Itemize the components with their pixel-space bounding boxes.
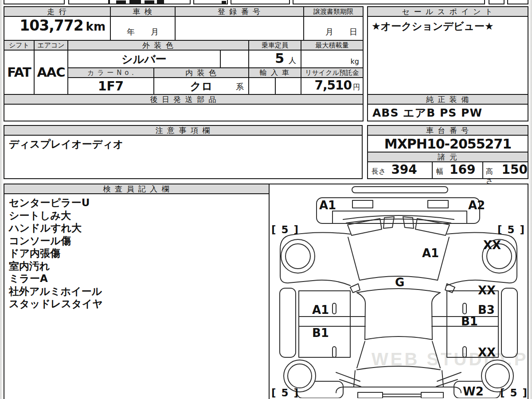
mileage-value: 103,772 — [20, 17, 83, 34]
cowl-vent-center-left — [383, 217, 394, 228]
diagram-label-door-top-right: XX — [478, 284, 496, 297]
spec-height-label: 高さ — [486, 167, 498, 186]
headlight-right — [428, 200, 448, 208]
door-handle-rear-left — [332, 347, 336, 357]
interior-color-name: クロ — [190, 79, 212, 94]
notes-header: 注 意 事 項 欄 — [4, 125, 363, 136]
cutoff-text-fragment — [116, 0, 126, 4]
wheel-rear-right-rim — [485, 364, 509, 388]
inspector-header: 検 査 員 記 入 欄 — [4, 184, 270, 194]
cowl-vent-left — [348, 219, 382, 235]
max-load-header: 最大積載量 — [301, 40, 364, 51]
scan-edge-left — [0, 0, 4, 399]
diagram-label-tire-front-left: [ 5 ] — [271, 224, 299, 235]
mileage-value-cell: 103,772 km — [4, 16, 111, 41]
inspector-notes: センターピラーU シートしみ大 ハンドルすれ大 コンソール傷 ドア内張傷 室内汚… — [4, 193, 270, 399]
equipment-value: ABS エアB PS PW — [367, 104, 528, 121]
import-car-cell-2 — [275, 77, 301, 95]
spec-length-label: 長さ — [372, 167, 386, 176]
capacity-value-cell: 5 人 — [248, 50, 301, 68]
interior-color-header: 内 装 色 — [153, 67, 249, 78]
import-car-cell-1 — [248, 77, 276, 95]
spec-width-cell: 幅 169 — [432, 161, 483, 179]
door-block-left — [299, 291, 350, 357]
inspector-item: シートしみ大 — [9, 209, 264, 222]
door-handle-front-right — [463, 303, 466, 314]
rocker-panel-right — [501, 288, 517, 357]
scan-edge-right — [528, 0, 532, 399]
diagram-label-hood: A1 — [422, 246, 439, 260]
notes-value: ディスプレイオーディオ — [4, 135, 363, 179]
recycle-value: 7,510 — [314, 78, 352, 93]
diagram-label-windshield: G — [395, 276, 404, 289]
wheel-front-left-rim — [286, 244, 310, 269]
color-no-header: カ ラ ー N o . — [67, 67, 154, 78]
capacity-unit: 人 — [289, 55, 296, 66]
diagram-label-fender-front-right: XX — [483, 239, 501, 252]
cutoff-text-fragment — [145, 0, 154, 4]
mileage-header: 走 行 — [4, 6, 111, 17]
registration-header: 登 録 番 号 — [175, 6, 304, 17]
max-load-value-cell: kg — [301, 50, 364, 68]
headlight-left — [352, 200, 373, 208]
recycle-deposit-header: リサイクル預託金 — [301, 67, 364, 78]
aircon-value: AAC — [34, 50, 68, 95]
diagram-label-bumper-front-left: A1 — [319, 199, 336, 212]
registration-value-cell — [175, 16, 304, 41]
aircon-header: エアコン — [34, 40, 68, 51]
vehicle-damage-diagram: WEB STUDIO.PRO — [270, 184, 528, 398]
exterior-color-extra-cell — [220, 50, 249, 68]
diagram-label-quarter-rear-right: W2 — [463, 385, 484, 398]
spec-height-value: 150 — [502, 162, 528, 177]
diagram-label-pillar-right: B1 — [461, 315, 478, 328]
diagram-label-door-rear-left: B1 — [312, 326, 329, 340]
rocker-panel-left — [280, 288, 296, 357]
spec-height-cell: 高さ 150 — [482, 161, 528, 179]
diagram-label-tire-rear-right: [ 5 ] — [500, 387, 528, 398]
diagram-label-door-front-right: B3 — [478, 303, 495, 317]
shaken-header: 車 検 — [110, 6, 176, 17]
inspector-item: コンソール傷 — [9, 235, 264, 247]
equipment-header: 純 正 装 備 — [367, 94, 528, 105]
inspector-item: 室内汚れ — [9, 260, 264, 273]
sales-point-header: セ ー ル ス ポ イ ン ト — [367, 6, 528, 17]
cutoff-text-fragment — [157, 0, 164, 4]
spec-width-label: 幅 — [436, 167, 443, 176]
windshield-base-arc — [357, 289, 440, 293]
inspector-item: ドア内張傷 — [9, 247, 264, 260]
roof-rear-arc — [365, 336, 432, 340]
tail-light-left — [358, 392, 383, 398]
tail-light-right — [421, 392, 443, 398]
spec-length-cell: 長さ 394 — [367, 161, 433, 179]
inspector-item: ハンドルすれ大 — [9, 222, 264, 235]
diagram-label-tire-front-right: [ 5 ] — [497, 224, 525, 235]
cutoff-text-fragment — [222, 1, 226, 4]
hood-edge-left — [348, 237, 360, 280]
chassis-header: 車 台 番 号 — [367, 125, 528, 136]
chassis-value: MXPH10-2055271 — [367, 135, 528, 153]
exterior-color-header: 外 装 色 — [67, 40, 249, 51]
diagram-label-bumper-front-right: A2 — [468, 199, 485, 212]
damage-diagram-box: WEB STUDIO.PRO — [269, 184, 528, 399]
cowl-vent-center-right — [403, 217, 414, 228]
cowl-vent-right — [415, 219, 450, 235]
shift-header: シフト — [4, 40, 35, 51]
mileage-unit: km — [86, 20, 106, 33]
interior-color-value: クロ 系 — [153, 77, 249, 95]
inspector-item: 社外アルミホイール — [9, 285, 264, 298]
inspector-item: ミラーA — [9, 272, 264, 285]
capacity-value: 5 — [275, 51, 284, 66]
mirror-left — [350, 284, 360, 293]
recycle-unit: 円 — [353, 83, 360, 92]
spec-width-value: 169 — [450, 162, 475, 177]
inspector-item: センターピラーU — [9, 196, 264, 209]
door-handle-front-left — [332, 303, 336, 314]
shaken-value-cell: 年 月 — [110, 16, 176, 41]
transfer-deadline-header: 譲渡書類期限 — [303, 6, 364, 17]
rear-window-left — [357, 341, 365, 368]
later-parts-value — [4, 104, 364, 121]
bumper-notch — [332, 211, 467, 223]
capacity-header: 乗車定員 — [248, 40, 301, 51]
diagram-label-tire-rear-left: [ 5 ] — [271, 387, 299, 398]
diagram-label-door-front-left: A1 — [312, 303, 329, 317]
